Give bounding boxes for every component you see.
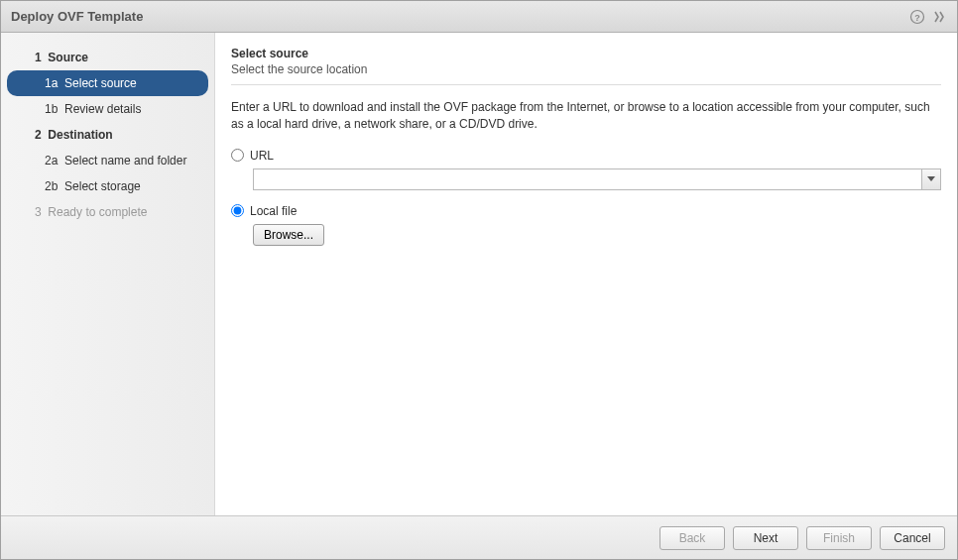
main-panel: Select source Select the source location… bbox=[215, 33, 957, 515]
url-dropdown-button[interactable] bbox=[921, 168, 941, 190]
deploy-ovf-dialog: Deploy OVF Template ? 1 Source 1a bbox=[0, 0, 958, 560]
wizard-sidebar: 1 Source 1a Select source 1b Review deta… bbox=[1, 33, 215, 515]
finish-button[interactable]: Finish bbox=[806, 526, 872, 550]
help-icon[interactable]: ? bbox=[909, 9, 925, 25]
url-radio[interactable] bbox=[231, 149, 244, 162]
expand-icon[interactable] bbox=[931, 9, 947, 25]
divider bbox=[231, 84, 941, 85]
footer: Back Next Finish Cancel bbox=[1, 515, 957, 559]
titlebar: Deploy OVF Template ? bbox=[1, 1, 957, 33]
sidebar-step-destination[interactable]: 2 Destination bbox=[1, 122, 214, 148]
local-file-radio-label: Local file bbox=[250, 204, 297, 218]
svg-text:?: ? bbox=[914, 12, 920, 22]
instruction-text: Enter a URL to download and install the … bbox=[231, 99, 941, 133]
sidebar-step-review-details[interactable]: 1b Review details bbox=[1, 96, 214, 122]
sidebar-step-ready-complete: 3 Ready to complete bbox=[1, 199, 214, 225]
sidebar-step-select-source[interactable]: 1a Select source bbox=[7, 70, 208, 96]
chevron-down-icon bbox=[927, 176, 935, 182]
back-button[interactable]: Back bbox=[659, 526, 725, 550]
next-button[interactable]: Next bbox=[733, 526, 798, 550]
cancel-button[interactable]: Cancel bbox=[880, 526, 945, 550]
sidebar-step-select-storage[interactable]: 2b Select storage bbox=[1, 173, 214, 199]
page-subheading: Select the source location bbox=[231, 62, 941, 76]
sidebar-step-source[interactable]: 1 Source bbox=[1, 45, 214, 70]
local-file-radio[interactable] bbox=[231, 204, 244, 217]
browse-button[interactable]: Browse... bbox=[253, 224, 324, 246]
url-input[interactable] bbox=[253, 168, 921, 190]
url-combobox bbox=[253, 168, 941, 190]
dialog-title: Deploy OVF Template bbox=[11, 9, 909, 24]
url-radio-label: URL bbox=[250, 149, 274, 163]
local-file-radio-row[interactable]: Local file bbox=[231, 204, 941, 218]
sidebar-step-select-name-folder[interactable]: 2a Select name and folder bbox=[1, 148, 214, 173]
url-radio-row[interactable]: URL bbox=[231, 149, 941, 163]
page-heading: Select source bbox=[231, 47, 941, 60]
